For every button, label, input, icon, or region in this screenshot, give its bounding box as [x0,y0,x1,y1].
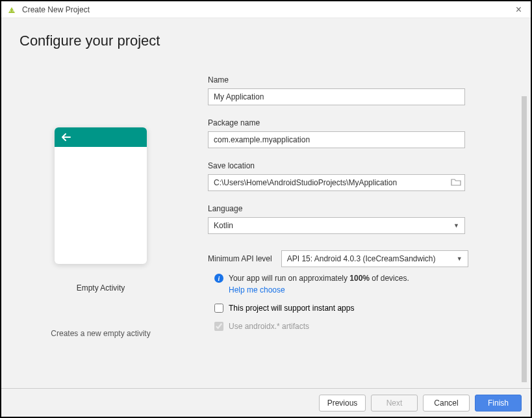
info-icon: i [214,274,223,283]
previous-button[interactable]: Previous [319,395,366,411]
package-label: Package name [208,118,493,127]
instant-apps-label[interactable]: This project will support instant apps [229,304,354,313]
preview-appbar [55,127,147,147]
finish-button[interactable]: Finish [475,395,522,411]
api-level-value: API 15: Android 4.0.3 (IceCreamSandwich) [287,254,436,263]
language-value: Kotlin [214,221,233,230]
scrollbar[interactable] [522,96,527,382]
page-title: Configure your project [19,33,513,49]
svg-point-0 [10,10,11,12]
language-select[interactable]: Kotlin ▼ [208,217,465,234]
close-icon[interactable]: × [512,4,526,16]
name-input[interactable] [208,88,465,105]
language-label: Language [208,204,493,213]
chevron-down-icon: ▼ [457,255,462,262]
name-label: Name [208,75,493,85]
folder-icon[interactable] [451,177,461,189]
chevron-down-icon: ▼ [453,222,459,229]
next-button: Next [371,395,418,411]
template-preview [55,127,147,264]
package-input[interactable] [208,131,465,148]
androidx-checkbox [214,322,223,331]
back-arrow-icon [61,133,71,142]
coverage-text: Your app will run on approximately 100% … [229,274,409,283]
window-title: Create New Project [22,5,90,14]
cancel-button[interactable]: Cancel [423,395,470,411]
help-me-choose-link[interactable]: Help me choose [229,285,493,294]
save-location-label: Save location [208,161,493,170]
button-bar: Previous Next Cancel Finish [1,388,531,417]
save-location-input[interactable] [208,174,465,191]
template-description: Creates a new empty activity [51,329,150,338]
titlebar: Create New Project × [1,1,531,18]
svg-point-1 [12,10,14,12]
android-icon [6,6,17,14]
api-level-label: Minimum API level [208,254,272,263]
template-name: Empty Activity [77,283,125,293]
instant-apps-checkbox[interactable] [214,304,223,313]
api-level-select[interactable]: API 15: Android 4.0.3 (IceCreamSandwich)… [281,250,468,267]
androidx-label: Use androidx.* artifacts [229,322,309,331]
